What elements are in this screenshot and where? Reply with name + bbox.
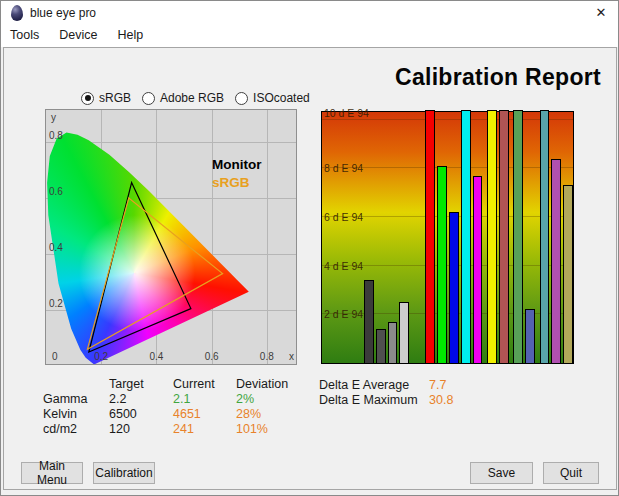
save-button[interactable]: Save <box>470 462 533 484</box>
delta-e-average-label: Delta E Average <box>319 378 429 393</box>
row-label-cdm2: cd/m2 <box>43 422 109 437</box>
bar <box>388 322 398 363</box>
y-tick-label: 0.6 <box>49 186 63 197</box>
menu-bar: ToolsDeviceHelp <box>1 25 618 47</box>
col-header-deviation: Deviation <box>236 377 316 392</box>
delta-e-average-value: 7.7 <box>429 378 489 393</box>
bar <box>525 309 535 363</box>
gamut-triangle-monitor <box>89 183 191 352</box>
bar <box>449 212 459 363</box>
x-tick-label: 0.8 <box>260 351 274 362</box>
gamut-radio-group: sRGBAdobe RGBISOcoated <box>81 91 310 105</box>
radio-option-adobe-rgb[interactable]: Adobe RGB <box>142 91 224 105</box>
delta-e-bars <box>322 112 573 363</box>
radio-label: Adobe RGB <box>160 91 224 105</box>
x-tick-label: 0.2 <box>94 351 108 362</box>
main-menu-button[interactable]: Main Menu <box>21 462 83 484</box>
menu-item-help[interactable]: Help <box>108 25 154 47</box>
title-bar: blue eye pro ✕ <box>1 1 618 25</box>
calibration-button[interactable]: Calibration <box>93 462 155 484</box>
app-egg-icon <box>11 5 23 21</box>
y-axis-label: y <box>51 112 56 123</box>
app-window: blue eye pro ✕ ToolsDeviceHelp Calibrati… <box>0 0 619 496</box>
window-title: blue eye pro <box>30 1 96 25</box>
kelvin-deviation: 28% <box>236 407 316 422</box>
delta-e-summary: Delta E Average 7.7 Delta E Maximum 30.8 <box>319 378 489 408</box>
x-tick-label: 0 <box>52 351 58 362</box>
radio-option-isocoated[interactable]: ISOcoated <box>235 91 310 105</box>
bar <box>376 329 386 363</box>
menu-item-tools[interactable]: Tools <box>1 25 50 47</box>
bar <box>513 110 523 363</box>
bar <box>487 110 497 363</box>
bar <box>425 110 435 363</box>
row-label-gamma: Gamma <box>43 392 109 407</box>
radio-label: ISOcoated <box>253 91 310 105</box>
bar <box>540 110 550 363</box>
table-corner <box>43 377 109 392</box>
bar <box>473 176 483 363</box>
x-tick-label: 0.6 <box>205 351 219 362</box>
gamma-deviation: 2% <box>236 392 316 407</box>
radio-circle-icon <box>235 92 248 105</box>
legend-item-monitor: Monitor <box>212 156 262 174</box>
gamut-triangle-srgb <box>87 198 222 349</box>
radio-option-srgb[interactable]: sRGB <box>81 91 131 105</box>
bar <box>399 302 409 363</box>
legend-item-srgb: sRGB <box>212 174 262 192</box>
radio-circle-icon <box>142 92 155 105</box>
quit-button[interactable]: Quit <box>543 462 599 484</box>
radio-label: sRGB <box>99 91 131 105</box>
radio-selected-dot <box>85 95 91 101</box>
bar <box>551 159 561 363</box>
kelvin-target: 6500 <box>109 407 173 422</box>
kelvin-current: 4651 <box>173 407 236 422</box>
y-tick-label: 0.8 <box>49 130 63 141</box>
delta-e-maximum-value: 30.8 <box>429 393 489 408</box>
close-icon[interactable]: ✕ <box>584 1 618 25</box>
bar <box>461 110 471 363</box>
cie-legend: MonitorsRGB <box>212 156 262 192</box>
cdm2-deviation: 101% <box>236 422 316 437</box>
col-header-current: Current <box>173 377 236 392</box>
page-title: Calibration Report <box>395 64 601 91</box>
row-label-kelvin: Kelvin <box>43 407 109 422</box>
y-tick-label: 0.2 <box>49 298 63 309</box>
gamut-triangles <box>46 110 298 366</box>
results-table: Target Current Deviation Gamma 2.2 2.1 2… <box>43 377 316 437</box>
x-axis-label: x <box>289 351 294 362</box>
radio-circle-icon <box>81 92 94 105</box>
menu-item-device[interactable]: Device <box>50 25 108 47</box>
delta-e-bar-chart: 2 d E 944 d E 946 d E 948 d E 9410 d E 9… <box>321 111 574 364</box>
gamma-current: 2.1 <box>173 392 236 407</box>
cdm2-current: 241 <box>173 422 236 437</box>
bar <box>499 110 509 363</box>
y-tick-label: 0.4 <box>49 242 63 253</box>
bar <box>364 280 374 363</box>
col-header-target: Target <box>109 377 173 392</box>
delta-e-maximum-label: Delta E Maximum <box>319 393 429 408</box>
cdm2-target: 120 <box>109 422 173 437</box>
cie-chromaticity-diagram: MonitorsRGB 00.20.40.60.80.20.40.60.8yx <box>45 109 297 365</box>
x-tick-label: 0.4 <box>149 351 163 362</box>
gamma-target: 2.2 <box>109 392 173 407</box>
bar <box>437 166 447 363</box>
bar <box>563 185 573 363</box>
